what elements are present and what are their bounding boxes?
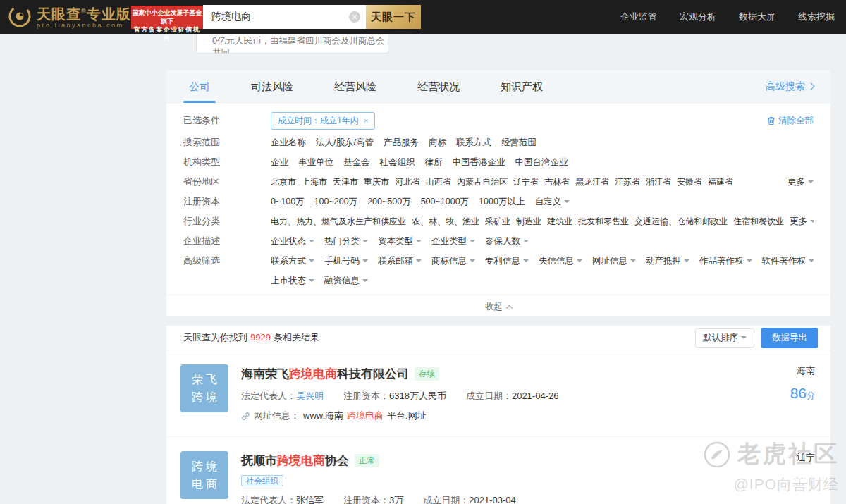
clear-all-button[interactable]: 清除全部 xyxy=(767,115,814,127)
filter-option[interactable]: 联系方式 xyxy=(271,255,314,267)
filter-option[interactable]: 吉林省 xyxy=(544,176,570,188)
caret-down-icon xyxy=(416,240,422,245)
website-row: 网址信息：www.海南跨境电商平台.网址 xyxy=(241,410,558,422)
filter-option[interactable]: 软件著作权 xyxy=(762,255,814,267)
filter-option[interactable]: 企业名称 xyxy=(271,137,306,149)
filter-option[interactable]: 商标信息 xyxy=(431,255,475,267)
filter-option[interactable]: 批发和零售业 xyxy=(578,216,629,228)
top-nav-item[interactable]: 宏观分析 xyxy=(680,11,716,23)
filter-option[interactable]: 网址信息 xyxy=(592,255,636,267)
filter-option[interactable]: 企业状态 xyxy=(271,235,314,247)
filter-option[interactable]: 热门分类 xyxy=(324,235,368,247)
filter-option[interactable]: 住宿和餐饮业 xyxy=(733,216,784,228)
collapse-filters-button[interactable]: 收起 xyxy=(166,295,830,316)
chip-close-icon[interactable]: × xyxy=(364,116,368,125)
filter-option[interactable]: 1000万以上 xyxy=(479,196,525,208)
app-logo[interactable]: 天眼查®专业版 pro.tianyancha.com xyxy=(7,4,131,29)
filter-option[interactable]: 自定义 xyxy=(534,196,570,208)
filter-option[interactable]: 法人/股东/高管 xyxy=(316,137,374,149)
more-options-button[interactable]: 更多 xyxy=(790,216,814,228)
filter-option[interactable]: 江苏省 xyxy=(615,176,640,188)
caret-down-icon xyxy=(362,279,368,285)
advanced-search-link[interactable]: 高级搜索 xyxy=(766,80,814,93)
filter-option[interactable]: 农、林、牧、渔业 xyxy=(412,216,479,228)
search-input[interactable] xyxy=(203,5,366,29)
filter-option[interactable]: 中国香港企业 xyxy=(453,156,505,168)
company-field: 成立日期：2021-03-04 xyxy=(423,494,516,504)
filter-options: 北京市上海市天津市重庆市河北省山西省内蒙古自治区辽宁省吉林省黑龙江省江苏省浙江省… xyxy=(271,176,814,188)
tab-active[interactable]: 公司 xyxy=(183,70,216,103)
search-button[interactable]: 天眼一下 xyxy=(366,5,421,29)
filter-option[interactable]: 资本类型 xyxy=(378,235,422,247)
filter-option[interactable]: 上海市 xyxy=(302,176,327,188)
filter-option[interactable]: 失信信息 xyxy=(539,255,582,267)
filter-option[interactable]: 安徽省 xyxy=(677,176,702,188)
filter-option[interactable]: 天津市 xyxy=(333,176,358,188)
filter-option[interactable]: 100~200万 xyxy=(314,196,358,208)
filter-option[interactable]: 采矿业 xyxy=(485,216,510,228)
filter-chip[interactable]: 成立时间：成立1年内 × xyxy=(271,112,375,130)
filter-option[interactable]: 经营范围 xyxy=(501,137,537,149)
legal-rep-link[interactable]: 吴兴明 xyxy=(296,391,324,401)
filter-option[interactable]: 重庆市 xyxy=(364,176,389,188)
more-options-button[interactable]: 更多 xyxy=(787,176,814,188)
filter-option[interactable]: 黑龙江省 xyxy=(575,176,609,188)
filter-option[interactable]: 企业类型 xyxy=(431,235,475,247)
filter-option[interactable]: 0~100万 xyxy=(271,196,305,208)
company-name-link[interactable]: 抚顺市跨境电商协会 xyxy=(241,453,349,469)
filter-chip-label: 成立时间：成立1年内 xyxy=(278,115,359,127)
avatar-text-line: 电商 xyxy=(189,475,220,493)
filter-option[interactable]: 福建省 xyxy=(708,176,733,188)
filter-option[interactable]: 联系邮箱 xyxy=(378,255,422,267)
filter-option[interactable]: 中国台湾企业 xyxy=(515,156,568,168)
filter-option[interactable]: 基金会 xyxy=(343,156,370,168)
tab-item[interactable]: 司法风险 xyxy=(245,70,299,103)
filter-option[interactable]: 制造业 xyxy=(516,216,541,228)
filter-option[interactable]: 作品著作权 xyxy=(699,255,752,267)
filter-option[interactable]: 内蒙古自治区 xyxy=(457,176,508,188)
filter-option[interactable]: 河北省 xyxy=(395,176,420,188)
company-avatar[interactable]: 荣飞跨境 xyxy=(180,364,228,412)
filter-option[interactable]: 参保人数 xyxy=(485,235,529,247)
filter-option[interactable]: 产品服务 xyxy=(384,137,419,149)
data-export-button[interactable]: 数据导出 xyxy=(761,328,818,348)
tab-item[interactable]: 知识产权 xyxy=(495,70,548,103)
filter-option[interactable]: 北京市 xyxy=(271,176,296,188)
filter-option[interactable]: 专利信息 xyxy=(485,255,529,267)
filter-option[interactable]: 企业 xyxy=(271,156,288,168)
top-nav-item[interactable]: 数据大屏 xyxy=(739,11,776,23)
sort-dropdown[interactable]: 默认排序 xyxy=(695,328,754,348)
filter-option[interactable]: 上市状态 xyxy=(271,275,314,287)
filter-option[interactable]: 交通运输、仓储和邮政业 xyxy=(634,216,728,228)
filter-option[interactable]: 商标 xyxy=(429,137,446,149)
top-nav-item[interactable]: 线索挖掘 xyxy=(798,11,835,23)
suggestion-text: 0亿元人民币，由福建省四川商会及川商总会共同 xyxy=(212,36,384,54)
top-nav-item[interactable]: 企业监管 xyxy=(620,11,657,23)
filter-option[interactable]: 辽宁省 xyxy=(513,176,539,188)
filter-option[interactable]: 建筑业 xyxy=(547,216,572,228)
filter-option[interactable]: 事业单位 xyxy=(298,156,333,168)
filter-option[interactable]: 浙江省 xyxy=(646,176,671,188)
filter-option[interactable]: 手机号码 xyxy=(324,255,368,267)
selected-conditions-label: 已选条件 xyxy=(183,114,230,127)
filter-option[interactable]: 律所 xyxy=(425,156,443,168)
tab-item[interactable]: 经营风险 xyxy=(329,70,382,103)
field-label: 成立日期： xyxy=(423,495,469,504)
tab-item[interactable]: 经营状况 xyxy=(412,70,465,103)
filter-option[interactable]: 动产抵押 xyxy=(646,255,689,267)
filter-option[interactable]: 联系方式 xyxy=(456,137,491,149)
chevron-up-icon xyxy=(506,305,513,312)
filter-option[interactable]: 500~1000万 xyxy=(421,196,469,208)
name-text: 科技有限公司 xyxy=(337,367,409,381)
result-body: 海南荣飞跨境电商科技有限公司存续法定代表人：吴兴明注册资本：6318万人民币成立… xyxy=(241,364,558,422)
filter-option[interactable]: 融资信息 xyxy=(324,275,368,287)
filter-option[interactable]: 200~500万 xyxy=(367,196,411,208)
filter-option[interactable]: 电力、热力、燃气及水生产和供应业 xyxy=(271,216,406,228)
filter-option[interactable]: 山西省 xyxy=(426,176,451,188)
company-avatar[interactable]: 跨境电商 xyxy=(180,451,228,499)
company-name-link[interactable]: 海南荣飞跨境电商科技有限公司 xyxy=(241,366,409,382)
avatar-text-line: 跨境 xyxy=(189,388,220,406)
website-text: www.海南 xyxy=(303,410,343,422)
filter-option[interactable]: 社会组织 xyxy=(380,156,415,168)
clear-search-icon[interactable]: ✕ xyxy=(349,11,360,23)
